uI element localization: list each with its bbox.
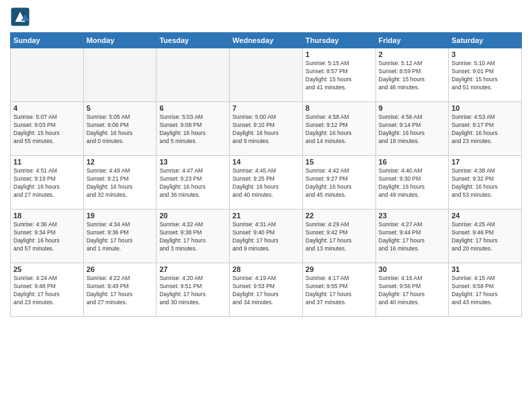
day-info: Sunrise: 4:29 AM Sunset: 9:42 PM Dayligh… <box>306 221 373 253</box>
week-row-4: 18Sunrise: 4:36 AM Sunset: 9:34 PM Dayli… <box>11 210 522 263</box>
day-info: Sunrise: 4:45 AM Sunset: 9:25 PM Dayligh… <box>232 167 300 199</box>
day-info: Sunrise: 4:53 AM Sunset: 9:17 PM Dayligh… <box>451 113 519 146</box>
day-info: Sunrise: 5:12 AM Sunset: 8:59 PM Dayligh… <box>379 60 446 92</box>
day-info: Sunrise: 4:32 AM Sunset: 9:38 PM Dayligh… <box>159 221 226 253</box>
day-number: 12 <box>87 158 154 166</box>
day-number: 5 <box>87 104 154 112</box>
calendar-cell: 20Sunrise: 4:32 AM Sunset: 9:38 PM Dayli… <box>157 210 230 263</box>
week-row-1: 1Sunrise: 5:15 AM Sunset: 8:57 PM Daylig… <box>11 48 522 102</box>
day-info: Sunrise: 4:31 AM Sunset: 9:40 PM Dayligh… <box>232 221 300 253</box>
day-info: Sunrise: 4:56 AM Sunset: 9:14 PM Dayligh… <box>379 113 446 146</box>
day-number: 6 <box>159 104 226 112</box>
calendar-cell: 28Sunrise: 4:19 AM Sunset: 9:53 PM Dayli… <box>230 263 303 317</box>
calendar-cell <box>157 48 230 102</box>
calendar-cell: 18Sunrise: 4:36 AM Sunset: 9:34 PM Dayli… <box>11 210 84 263</box>
day-number: 4 <box>13 104 81 112</box>
weekday-header-sunday: Sunday <box>11 33 84 48</box>
calendar-cell: 6Sunrise: 5:03 AM Sunset: 9:08 PM Daylig… <box>157 102 230 156</box>
day-info: Sunrise: 5:07 AM Sunset: 9:03 PM Dayligh… <box>13 113 81 146</box>
calendar-cell: 31Sunrise: 4:15 AM Sunset: 9:58 PM Dayli… <box>449 263 522 317</box>
weekday-header-friday: Friday <box>375 33 449 48</box>
calendar-cell <box>230 48 303 102</box>
day-info: Sunrise: 5:15 AM Sunset: 8:57 PM Dayligh… <box>306 60 373 92</box>
calendar-cell: 10Sunrise: 4:53 AM Sunset: 9:17 PM Dayli… <box>449 102 522 156</box>
day-number: 29 <box>306 265 373 273</box>
day-number: 8 <box>306 104 373 112</box>
day-info: Sunrise: 4:51 AM Sunset: 9:19 PM Dayligh… <box>13 167 81 199</box>
weekday-header-wednesday: Wednesday <box>230 33 303 48</box>
day-info: Sunrise: 4:49 AM Sunset: 9:21 PM Dayligh… <box>87 167 154 199</box>
day-number: 2 <box>379 50 446 58</box>
day-info: Sunrise: 4:27 AM Sunset: 9:44 PM Dayligh… <box>379 221 446 253</box>
calendar-cell: 27Sunrise: 4:20 AM Sunset: 9:51 PM Dayli… <box>157 263 230 317</box>
calendar-cell: 13Sunrise: 4:47 AM Sunset: 9:23 PM Dayli… <box>157 156 230 210</box>
weekday-header-saturday: Saturday <box>449 33 522 48</box>
day-number: 27 <box>159 265 226 273</box>
calendar-cell: 19Sunrise: 4:34 AM Sunset: 9:36 PM Dayli… <box>83 210 157 263</box>
day-number: 7 <box>232 104 300 112</box>
day-number: 11 <box>13 158 81 166</box>
day-number: 21 <box>232 212 300 220</box>
calendar-cell: 15Sunrise: 4:42 AM Sunset: 9:27 PM Dayli… <box>302 156 375 210</box>
calendar-cell: 11Sunrise: 4:51 AM Sunset: 9:19 PM Dayli… <box>11 156 84 210</box>
day-number: 28 <box>232 265 300 273</box>
day-info: Sunrise: 4:36 AM Sunset: 9:34 PM Dayligh… <box>13 221 81 253</box>
day-number: 30 <box>379 265 446 273</box>
day-info: Sunrise: 4:38 AM Sunset: 9:32 PM Dayligh… <box>451 167 519 199</box>
calendar-cell: 22Sunrise: 4:29 AM Sunset: 9:42 PM Dayli… <box>302 210 375 263</box>
calendar-cell <box>83 48 157 102</box>
day-number: 13 <box>159 158 226 166</box>
weekday-header-monday: Monday <box>83 33 157 48</box>
day-info: Sunrise: 5:00 AM Sunset: 9:10 PM Dayligh… <box>232 113 300 146</box>
calendar-cell: 1Sunrise: 5:15 AM Sunset: 8:57 PM Daylig… <box>302 48 375 102</box>
calendar-cell <box>11 48 84 102</box>
calendar-cell: 30Sunrise: 4:16 AM Sunset: 9:56 PM Dayli… <box>375 263 449 317</box>
day-info: Sunrise: 4:34 AM Sunset: 9:36 PM Dayligh… <box>87 221 154 253</box>
calendar-cell: 21Sunrise: 4:31 AM Sunset: 9:40 PM Dayli… <box>230 210 303 263</box>
day-info: Sunrise: 4:58 AM Sunset: 9:12 PM Dayligh… <box>306 113 373 146</box>
calendar-cell: 25Sunrise: 4:24 AM Sunset: 9:48 PM Dayli… <box>11 263 84 317</box>
day-number: 3 <box>451 50 519 58</box>
calendar-cell: 5Sunrise: 5:05 AM Sunset: 9:06 PM Daylig… <box>83 102 157 156</box>
day-info: Sunrise: 4:16 AM Sunset: 9:56 PM Dayligh… <box>379 275 446 307</box>
day-info: Sunrise: 5:10 AM Sunset: 9:01 PM Dayligh… <box>451 60 519 92</box>
day-info: Sunrise: 4:40 AM Sunset: 9:30 PM Dayligh… <box>379 167 446 199</box>
day-number: 25 <box>13 265 81 273</box>
day-number: 23 <box>379 212 446 220</box>
day-info: Sunrise: 5:03 AM Sunset: 9:08 PM Dayligh… <box>159 113 226 146</box>
day-number: 26 <box>87 265 154 273</box>
day-number: 20 <box>159 212 226 220</box>
weekday-header-thursday: Thursday <box>302 33 375 48</box>
logo <box>10 7 33 27</box>
page-container: SundayMondayTuesdayWednesdayThursdayFrid… <box>0 0 532 324</box>
calendar-cell: 8Sunrise: 4:58 AM Sunset: 9:12 PM Daylig… <box>302 102 375 156</box>
day-number: 10 <box>451 104 519 112</box>
calendar-cell: 14Sunrise: 4:45 AM Sunset: 9:25 PM Dayli… <box>230 156 303 210</box>
calendar-cell: 23Sunrise: 4:27 AM Sunset: 9:44 PM Dayli… <box>375 210 449 263</box>
calendar-table: SundayMondayTuesdayWednesdayThursdayFrid… <box>10 32 522 317</box>
week-row-2: 4Sunrise: 5:07 AM Sunset: 9:03 PM Daylig… <box>11 102 522 156</box>
calendar-cell: 16Sunrise: 4:40 AM Sunset: 9:30 PM Dayli… <box>375 156 449 210</box>
day-info: Sunrise: 4:17 AM Sunset: 9:55 PM Dayligh… <box>306 275 373 307</box>
day-info: Sunrise: 4:19 AM Sunset: 9:53 PM Dayligh… <box>232 275 300 307</box>
weekday-header-tuesday: Tuesday <box>157 33 230 48</box>
header <box>10 7 522 27</box>
calendar-cell: 29Sunrise: 4:17 AM Sunset: 9:55 PM Dayli… <box>302 263 375 317</box>
calendar-cell: 3Sunrise: 5:10 AM Sunset: 9:01 PM Daylig… <box>449 48 522 102</box>
week-row-5: 25Sunrise: 4:24 AM Sunset: 9:48 PM Dayli… <box>11 263 522 317</box>
day-info: Sunrise: 4:42 AM Sunset: 9:27 PM Dayligh… <box>306 167 373 199</box>
day-info: Sunrise: 4:47 AM Sunset: 9:23 PM Dayligh… <box>159 167 226 199</box>
logo-icon <box>10 7 30 27</box>
calendar-cell: 26Sunrise: 4:22 AM Sunset: 9:49 PM Dayli… <box>83 263 157 317</box>
weekday-header-row: SundayMondayTuesdayWednesdayThursdayFrid… <box>11 33 522 48</box>
day-info: Sunrise: 4:22 AM Sunset: 9:49 PM Dayligh… <box>87 275 154 307</box>
calendar-cell: 2Sunrise: 5:12 AM Sunset: 8:59 PM Daylig… <box>375 48 449 102</box>
week-row-3: 11Sunrise: 4:51 AM Sunset: 9:19 PM Dayli… <box>11 156 522 210</box>
day-number: 15 <box>306 158 373 166</box>
day-info: Sunrise: 5:05 AM Sunset: 9:06 PM Dayligh… <box>87 113 154 146</box>
calendar-cell: 9Sunrise: 4:56 AM Sunset: 9:14 PM Daylig… <box>375 102 449 156</box>
day-number: 24 <box>451 212 519 220</box>
calendar-cell: 12Sunrise: 4:49 AM Sunset: 9:21 PM Dayli… <box>83 156 157 210</box>
day-number: 1 <box>306 50 373 58</box>
day-number: 17 <box>451 158 519 166</box>
